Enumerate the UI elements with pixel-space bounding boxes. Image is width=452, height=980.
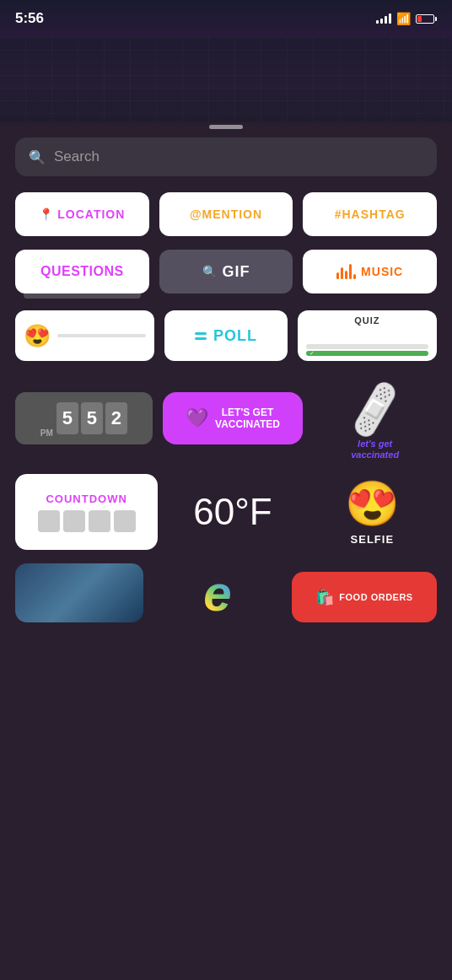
clock-sticker[interactable]: PM 5 5 2 [15,392,153,444]
sticker-row-5: COUNTDOWN 60°F 😍 SELFIE [15,474,437,550]
keyboard-bg [0,37,452,122]
bandaid-sticker[interactable]: 🩹 let's getvaccinated [313,376,437,460]
emoji-face-icon: 😍 [24,323,51,349]
selfie-label: SELFIE [351,533,395,546]
countdown-box-3 [89,510,110,532]
search-icon: 🔍 [29,149,46,165]
music-label: MUSIC [361,265,403,278]
temperature-sticker[interactable]: 60°F [168,491,297,533]
search-bar[interactable]: 🔍 Search [15,137,437,176]
status-time: 5:56 [15,10,44,27]
countdown-box-4 [114,510,136,532]
clock-digits: 5 5 2 [56,402,127,434]
slider-track [57,334,146,337]
location-label: LOCATION [57,207,125,221]
clock-digit-1: 5 [56,402,78,434]
sticker-row-6: e 🛍️ FOOD ORDERS [15,563,437,622]
quiz-sticker[interactable]: QUIZ ✓ [298,310,437,361]
sticker-row-2: QUESTIONS 🔍 GIF MUSIC [15,250,437,293]
signal-icon [376,13,391,24]
clock-digit-3: 2 [105,402,127,434]
bandaid-text: let's getvaccinated [351,439,399,460]
poll-lines-icon [195,332,207,340]
music-bars-icon [336,264,356,279]
sticker-row-1: 📍 LOCATION @MENTION #HASHTAG [15,192,437,236]
mention-label: @MENTION [190,207,262,221]
selfie-sticker[interactable]: 😍 SELFIE [308,478,437,546]
sticker-row-3: 😍 POLL QUIZ ✓ [15,310,437,361]
location-sticker[interactable]: 📍 LOCATION [15,192,149,236]
vacc-heart-icon: 💜 [186,407,208,429]
quiz-options: ✓ [306,344,428,356]
quiz-title: QUIZ [306,315,428,326]
status-icons: 📶 [376,12,437,25]
countdown-box-1 [38,510,60,532]
questions-sticker[interactable]: QUESTIONS [15,250,149,293]
vacc-text: LET'S GETVACCINATED [215,407,280,431]
gif-label: GIF [223,263,250,281]
location-icon: 📍 [39,207,54,221]
hashtag-label: #HASHTAG [335,207,406,221]
hashtag-sticker[interactable]: #HASHTAG [303,192,437,236]
vaccinated-sticker[interactable]: 💜 LET'S GETVACCINATED [163,392,304,444]
selfie-emoji-icon: 😍 [345,478,400,530]
countdown-boxes [38,510,136,532]
rainbow-e-icon: e [203,564,231,622]
bandaid-icon: 🩹 [342,377,408,441]
gif-sticker[interactable]: 🔍 GIF [159,250,293,293]
wifi-icon: 📶 [396,12,411,25]
poll-sticker[interactable]: POLL [164,310,287,361]
countdown-title: COUNTDOWN [46,493,126,505]
poll-label: POLL [213,327,257,345]
pm-label: PM [40,428,53,444]
sticker-row-4: PM 5 5 2 💜 LET'S GETVACCINATED 🩹 let's g… [15,376,437,460]
drag-handle[interactable] [209,125,243,129]
rainbow-sticker[interactable]: e [153,563,282,622]
emoji-slider-sticker[interactable]: 😍 [15,310,154,361]
city-image [15,563,143,622]
mention-sticker[interactable]: @MENTION [159,192,293,236]
food-orders-label: FOOD ORDERS [339,592,412,602]
battery-icon [416,14,437,24]
gif-search-icon: 🔍 [202,265,218,278]
questions-label: QUESTIONS [40,264,124,279]
countdown-sticker[interactable]: COUNTDOWN [15,474,158,550]
music-sticker[interactable]: MUSIC [303,250,437,293]
status-bar: 5:56 📶 [0,0,452,37]
clock-digit-2: 5 [81,402,103,434]
countdown-box-2 [63,510,85,532]
city-sticker[interactable] [15,563,143,622]
search-placeholder: Search [54,148,100,165]
food-icon: 🛍️ [315,588,334,606]
sticker-grid: 📍 LOCATION @MENTION #HASHTAG QUESTIONS 🔍… [15,192,437,622]
food-orders-sticker[interactable]: 🛍️ FOOD ORDERS [292,572,437,622]
temperature-value: 60°F [193,491,272,533]
